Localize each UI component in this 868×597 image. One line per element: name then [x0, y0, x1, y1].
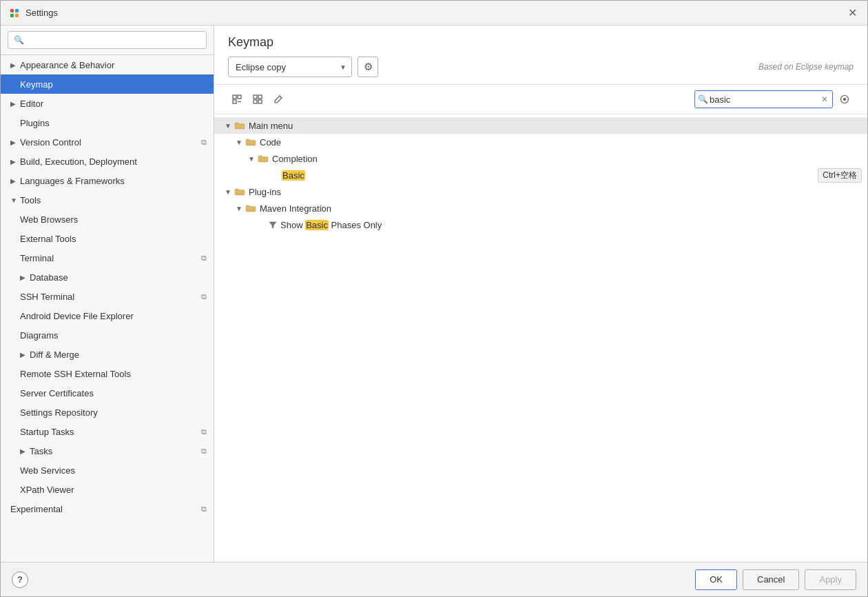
bottom-buttons: OK Cancel Apply — [695, 569, 856, 590]
jump-to-source-button[interactable] — [836, 91, 854, 108]
arrow-icon: ▶ — [10, 177, 20, 185]
tree-node-label: Code — [260, 137, 281, 148]
keymap-select[interactable]: Eclipse copy — [228, 57, 352, 77]
page-title: Keymap — [228, 35, 854, 50]
main-panel: Keymap Eclipse copy ▼ ⚙ Based on Eclipse… — [214, 26, 867, 562]
expand-icon: ▼ — [223, 122, 234, 130]
search-icon: 🔍 — [698, 94, 708, 104]
sidebar-item-keymap[interactable]: Keymap — [1, 74, 214, 94]
sidebar-item-editor[interactable]: ▶ Editor — [1, 94, 214, 113]
sidebar-item-label: Keymap — [20, 79, 207, 90]
search-input[interactable] — [710, 94, 820, 105]
copy-icon: ⧉ — [201, 505, 207, 514]
sidebar-item-version-control[interactable]: ▶ Version Control ⧉ — [1, 132, 214, 152]
app-icon — [9, 8, 20, 19]
keymap-toolbar: Eclipse copy ▼ ⚙ Based on Eclipse keymap — [228, 57, 854, 77]
settings-window: Settings ✕ ▶ Appearance & Behavior Keyma… — [0, 0, 868, 597]
sidebar-item-label: Plugins — [20, 118, 207, 128]
sidebar-item-ssh-terminal[interactable]: SSH Terminal ⧉ — [1, 287, 214, 306]
sidebar-item-android[interactable]: Android Device File Explorer — [1, 306, 214, 325]
sidebar-item-label: Web Services — [20, 465, 207, 476]
help-button[interactable]: ? — [12, 571, 28, 588]
sidebar-item-external-tools[interactable]: External Tools — [1, 229, 214, 248]
collapse-all-button[interactable] — [228, 91, 246, 108]
tree-row[interactable]: ▼ Plug-ins — [214, 183, 867, 200]
sidebar-item-label: Terminal — [20, 253, 198, 263]
sidebar-item-terminal[interactable]: Terminal ⧉ — [1, 248, 214, 267]
tree-row[interactable]: ▼ Maven Integration — [214, 200, 867, 216]
expand-icon: ▼ — [223, 188, 234, 196]
sidebar-item-diff-merge[interactable]: ▶ Diff & Merge — [1, 345, 214, 364]
window-title: Settings — [25, 8, 845, 18]
clear-search-button[interactable]: ✕ — [820, 94, 829, 104]
edit-button[interactable] — [269, 91, 287, 108]
sidebar-item-tasks[interactable]: ▶ Tasks ⧉ — [1, 441, 214, 461]
tree-row[interactable]: Show Basic Phases Only — [214, 216, 867, 233]
sidebar-item-database[interactable]: ▶ Database — [1, 267, 214, 287]
sidebar-item-label: Settings Repository — [20, 407, 207, 418]
tree-row[interactable]: ▼ Completion — [214, 150, 867, 167]
svg-rect-2 — [10, 14, 14, 17]
expand-all-button[interactable] — [249, 91, 267, 108]
copy-icon: ⧉ — [201, 292, 207, 301]
expand-icon: ▼ — [246, 155, 257, 163]
cancel-button[interactable]: Cancel — [743, 569, 799, 590]
sidebar-item-label: Database — [30, 272, 207, 283]
arrow-icon: ▶ — [20, 351, 30, 358]
keymap-select-wrapper: Eclipse copy ▼ — [228, 57, 352, 77]
sidebar-item-label: Languages & Frameworks — [20, 176, 207, 186]
sidebar-item-web-services[interactable]: Web Services — [1, 461, 214, 480]
sidebar-item-label: Startup Tasks — [20, 427, 198, 437]
sidebar-item-xpath-viewer[interactable]: XPath Viewer — [1, 480, 214, 499]
apply-button[interactable]: Apply — [805, 569, 856, 590]
svg-rect-10 — [254, 100, 257, 103]
gear-button[interactable]: ⚙ — [358, 57, 378, 77]
tree-row[interactable]: ▼ Main menu — [214, 117, 867, 134]
sidebar-item-startup-tasks[interactable]: Startup Tasks ⧉ — [1, 422, 214, 441]
sidebar-item-appearance[interactable]: ▶ Appearance & Behavior — [1, 55, 214, 74]
tree-row[interactable]: Basic Ctrl+空格 — [214, 167, 867, 183]
sidebar-search-area — [1, 26, 214, 55]
sidebar-item-tools[interactable]: ▼ Tools — [1, 190, 214, 210]
sidebar-item-settings-repo[interactable]: Settings Repository — [1, 403, 214, 422]
bottom-bar: ? OK Cancel Apply — [1, 562, 867, 596]
content-area: ▶ Appearance & Behavior Keymap ▶ Editor … — [1, 26, 867, 562]
arrow-icon: ▶ — [20, 274, 30, 281]
tree-row[interactable]: ▼ Code — [214, 134, 867, 150]
sidebar-search-input[interactable] — [8, 31, 207, 49]
copy-icon: ⧉ — [201, 427, 207, 436]
sidebar-item-plugins[interactable]: Plugins — [1, 113, 214, 132]
sidebar-item-label: Editor — [20, 99, 207, 109]
copy-icon: ⧉ — [201, 138, 207, 147]
sidebar-item-experimental[interactable]: Experimental ⧉ — [1, 499, 214, 518]
tree-node-label: Plug-ins — [249, 187, 281, 197]
arrow-icon: ▶ — [10, 100, 20, 108]
arrow-icon: ▶ — [20, 447, 30, 455]
title-bar: Settings ✕ — [1, 1, 867, 26]
sidebar-item-label: Tools — [20, 195, 207, 205]
ok-button[interactable]: OK — [695, 569, 737, 590]
sidebar-item-server-certs[interactable]: Server Certificates — [1, 383, 214, 403]
based-on-label: Based on Eclipse keymap — [758, 62, 854, 72]
arrow-icon: ▶ — [10, 139, 20, 146]
tree-area: ▼ Main menu ▼ — [214, 114, 867, 562]
sidebar-item-build[interactable]: ▶ Build, Execution, Deployment — [1, 152, 214, 171]
svg-rect-9 — [258, 95, 262, 99]
sidebar-item-web-browsers[interactable]: Web Browsers — [1, 210, 214, 229]
copy-icon: ⧉ — [201, 254, 207, 263]
tree-node-label: Maven Integration — [260, 203, 331, 214]
sidebar-item-label: Remote SSH External Tools — [20, 369, 207, 379]
folder-icon — [234, 187, 246, 196]
folder-icon — [234, 121, 246, 130]
svg-rect-3 — [15, 14, 19, 17]
sidebar-item-languages[interactable]: ▶ Languages & Frameworks — [1, 171, 214, 190]
sidebar-item-label: Build, Execution, Deployment — [20, 156, 207, 167]
close-button[interactable]: ✕ — [845, 6, 859, 20]
sidebar-item-remote-ssh[interactable]: Remote SSH External Tools — [1, 364, 214, 383]
sidebar-item-diagrams[interactable]: Diagrams — [1, 325, 214, 345]
sidebar-item-label: Version Control — [20, 137, 198, 148]
search-highlight: Basic — [305, 220, 329, 230]
sidebar-item-label: Web Browsers — [20, 214, 207, 225]
sidebar-item-label: Diagrams — [20, 330, 207, 341]
tree-node-label: Main menu — [249, 121, 293, 131]
